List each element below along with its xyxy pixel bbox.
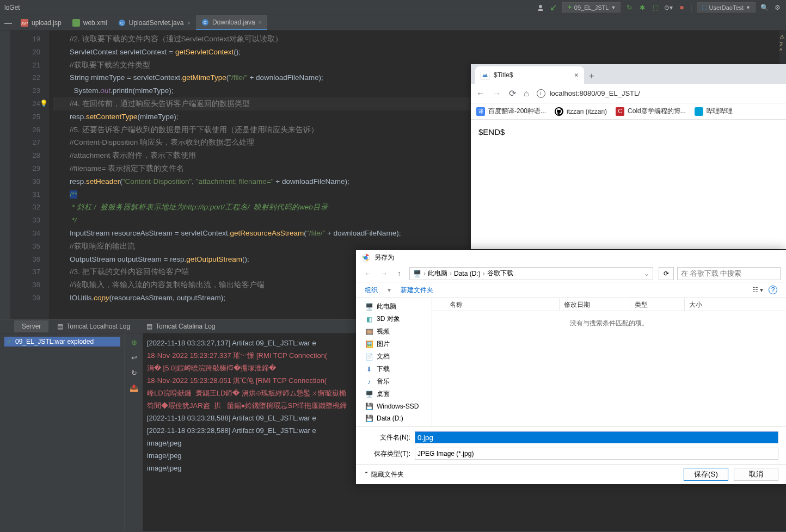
tree-item-doc[interactable]: 📄文档 <box>356 350 432 363</box>
code-field: out <box>100 86 110 95</box>
cancel-button[interactable]: 取消 <box>734 468 778 481</box>
filetype-field: 保存类型(T): JPEG Image (*.jpg) <box>364 448 778 460</box>
tab-web-xml[interactable]: web.xml <box>67 15 113 30</box>
tab-download-java[interactable]: C Download.java × <box>196 15 267 30</box>
folder-tree[interactable]: 🖥️此电脑 ◧3D 对象 🎞️视频 🖼️图片 📄文档 ⬇下载 ♪音乐 🖥️桌面 … <box>356 298 432 426</box>
hide-folders-toggle[interactable]: ⌃ 隐藏文件夹 <box>364 470 404 479</box>
crumb[interactable]: 此电脑 <box>428 269 447 278</box>
left-tool-strip[interactable] <box>0 30 11 319</box>
code-method: setContentType <box>86 113 138 121</box>
tree-item-3d[interactable]: ◧3D 对象 <box>356 313 432 325</box>
console-toolbar: ⊕ ↩ ↻ 📤 <box>125 333 143 531</box>
code-text: + downloadFileName); <box>274 177 349 185</box>
code-text: .println(mimeType); <box>110 86 174 95</box>
close-icon[interactable]: × <box>574 71 579 79</box>
image-icon: 🖼️ <box>365 340 373 349</box>
bookmark-github[interactable]: itzzan (itzzan) <box>555 107 607 116</box>
file-list: 名称 修改日期 类型 大小 没有与搜索条件匹配的项。 <box>432 298 786 426</box>
site-info-icon[interactable]: i <box>537 89 545 98</box>
user-icon[interactable] <box>536 3 545 12</box>
nav-back-icon[interactable]: ← <box>361 268 374 280</box>
filetype-select[interactable]: JPEG Image (*.jpg) <box>415 448 778 460</box>
restart-icon[interactable]: ↻ <box>128 367 139 378</box>
col-size[interactable]: 大小 <box>685 298 786 311</box>
page-text: $END$ <box>478 127 505 137</box>
bookmarks-bar: 译百度翻译-200种语... itzzan (itzzan) CCold彦学编程… <box>471 103 786 120</box>
tree-item-image[interactable]: 🖼️图片 <box>356 338 432 350</box>
code-text: IOUtils. <box>70 294 94 302</box>
breadcrumb[interactable]: 🖥️ › 此电脑 › Data (D:) › 谷歌下载 ⌄ <box>409 267 653 280</box>
close-icon[interactable]: × <box>259 19 262 26</box>
code-comment: //Content-Disposition 响应头，表示收到的数据怎么处理 <box>70 138 254 146</box>
save-button[interactable]: 保存(S) <box>684 468 728 481</box>
tab-label: Download.java <box>212 18 255 26</box>
col-name[interactable]: 名称 <box>445 298 560 311</box>
console-tab-catalina-log[interactable]: ▤ Tomcat Catalina Log <box>139 320 223 332</box>
tree-item-pc[interactable]: 🖥️此电脑 <box>356 300 432 313</box>
col-date[interactable]: 修改日期 <box>560 298 630 311</box>
console-tab-localhost-log[interactable]: ▤ Tomcat Localhost Log <box>50 320 138 332</box>
search-input[interactable] <box>677 267 781 280</box>
run-icon[interactable]: ↻ <box>625 3 634 12</box>
crumb[interactable]: Data (D:) <box>454 270 481 277</box>
crumb[interactable]: 谷歌下载 <box>487 269 513 278</box>
deploy-item[interactable]: ✓ 09_EL_JSTL:war exploded <box>4 337 120 347</box>
warning-badge[interactable]: ⚠ 2 ^ <box>779 34 785 54</box>
code-text: (); <box>242 255 249 263</box>
run-config-dropdown[interactable]: ✦ 09_EL_JSTL ▼ <box>562 2 621 13</box>
nav-up-icon[interactable]: ↑ <box>394 268 404 280</box>
url-bar[interactable]: i localhost:8080/09_EL_JSTL/ <box>537 89 781 98</box>
tree-label: 此电脑 <box>377 302 396 311</box>
back-icon[interactable]: ← <box>476 89 485 98</box>
line-gutter: 19202122 23// 24💡 25262728 29303132 3334… <box>11 30 49 319</box>
chevron-down-icon[interactable]: ⌄ <box>644 270 649 277</box>
profile-icon[interactable]: ⊙▾ <box>664 3 673 12</box>
tree-item-video[interactable]: 🎞️视频 <box>356 325 432 338</box>
bookmark-cold[interactable]: CCold彦学编程的博... <box>616 107 686 116</box>
wrap-icon[interactable]: ↩ <box>128 352 139 363</box>
forward-icon[interactable]: → <box>493 89 501 98</box>
reload-icon[interactable]: ⟳ <box>509 88 516 98</box>
tree-item-data-d[interactable]: 💾Data (D:) <box>356 412 432 424</box>
bookmark-baidu[interactable]: 译百度翻译-200种语... <box>476 107 546 116</box>
search-icon[interactable]: 🔍 <box>760 3 769 12</box>
close-icon[interactable]: × <box>187 20 190 26</box>
console-tab-server[interactable]: Server <box>14 320 48 332</box>
code-method: getMimeType <box>182 73 226 82</box>
gear-icon[interactable]: ⚙ <box>773 3 782 12</box>
export-icon[interactable]: 📤 <box>128 382 139 393</box>
browser-tab[interactable]: $Title$ × <box>475 66 584 84</box>
refresh-icon[interactable]: ⟳ <box>659 267 674 280</box>
ide-top-right: ↙ ✦ 09_EL_JSTL ▼ ↻ ✱ ⬚ ⊙▾ ■ | ⬚ UserDaoT… <box>536 2 782 13</box>
coverage-icon[interactable]: ⬚ <box>651 3 660 12</box>
stop-icon[interactable]: ■ <box>677 3 686 12</box>
home-icon[interactable]: ⌂ <box>524 89 529 98</box>
help-icon[interactable]: ? <box>769 286 777 294</box>
code-text: OutputStream outputStream = resp. <box>70 255 186 263</box>
tree-item-desktop[interactable]: 🖥️桌面 <box>356 388 432 400</box>
col-type[interactable]: 类型 <box>630 298 685 311</box>
new-folder-button[interactable]: 新建文件夹 <box>401 286 433 295</box>
new-tab-button[interactable]: + <box>584 69 599 84</box>
browser-tab-title: $Title$ <box>494 71 513 79</box>
tree-item-download[interactable]: ⬇下载 <box>356 363 432 375</box>
tree-item-music[interactable]: ♪音乐 <box>356 375 432 388</box>
view-icon[interactable]: ☷ ▾ <box>752 286 763 294</box>
tab-upload-servlet[interactable]: C UploadServlet.java × <box>113 15 196 30</box>
hammer-icon[interactable]: ↙ <box>549 3 558 12</box>
test-config-dropdown[interactable]: ⬚ UserDaoTest ▼ <box>697 2 756 13</box>
browser-content: $END$ <box>471 120 786 249</box>
bookmark-bilibili[interactable]: 哔哩哔哩 <box>695 107 733 116</box>
filename-input[interactable] <box>415 431 778 443</box>
debug-icon[interactable]: ✱ <box>638 3 647 12</box>
tree-item-ssd[interactable]: 💾Windows-SSD <box>356 400 432 412</box>
deploy-add-icon[interactable]: ⊕ <box>128 337 139 348</box>
tab-upload-jsp[interactable]: JSP upload.jsp <box>15 15 67 30</box>
jsp-file-icon: JSP <box>21 19 28 27</box>
intention-bulb-icon[interactable]: 💡 <box>40 97 48 110</box>
close-all-icon[interactable]: — <box>4 18 15 27</box>
code-text: + downloadFileName); <box>248 73 323 82</box>
organize-button[interactable]: 组织 <box>365 286 378 295</box>
filetype-value: JPEG Image (*.jpg) <box>417 450 474 457</box>
nav-forward-icon[interactable]: → <box>378 268 391 280</box>
